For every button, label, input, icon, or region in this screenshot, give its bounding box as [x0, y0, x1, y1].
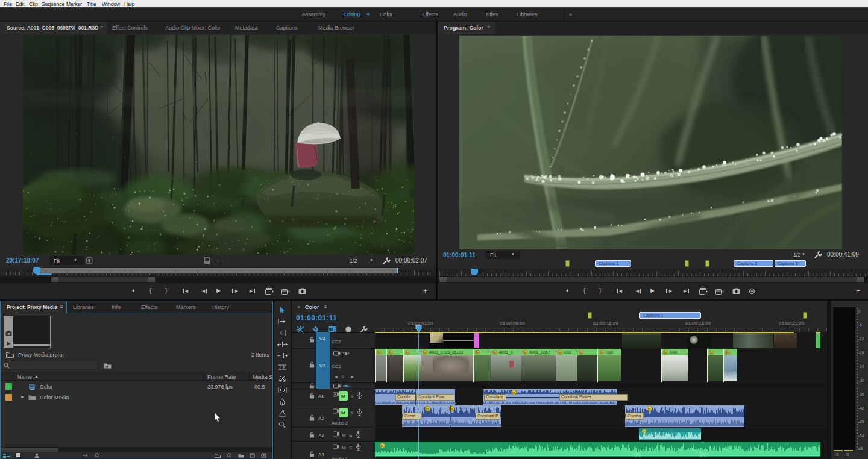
svg-text:fx: fx [426, 407, 429, 411]
svg-text:fx: fx [580, 351, 583, 354]
svg-text:fx: fx [524, 351, 527, 354]
svg-text:fx: fx [476, 351, 479, 354]
svg-text:fx: fx [559, 351, 562, 354]
svg-text:fx: fx [378, 351, 381, 354]
svg-text:fx: fx [710, 351, 713, 354]
svg-text:fx: fx [600, 351, 603, 354]
svg-text:fx: fx [406, 351, 409, 354]
svg-text:fx: fx [512, 391, 515, 395]
svg-text:fx: fx [494, 351, 497, 354]
svg-text:fx: fx [664, 351, 667, 354]
svg-text:fx: fx [648, 407, 651, 411]
svg-text:fx: fx [726, 351, 729, 354]
svg-text:fx: fx [389, 351, 392, 354]
svg-text:fx: fx [424, 351, 427, 354]
